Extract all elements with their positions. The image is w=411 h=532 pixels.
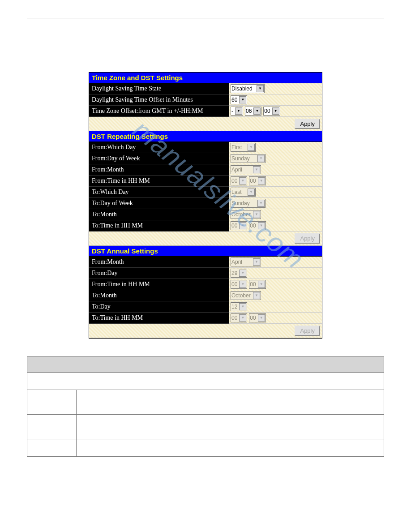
label-tz-offset: Time Zone Offset:from GMT in +/-HH:MM	[89, 106, 229, 117]
settings-panel: Time Zone and DST Settings Daylight Savi…	[89, 72, 322, 339]
ann-to-time-mm-value: 00	[250, 315, 256, 321]
rep-from-which-select: First ▼	[231, 143, 256, 152]
chevron-down-icon: ▼	[253, 258, 260, 266]
rep-to-time-hh: 00 ▼	[231, 221, 247, 230]
chevron-down-icon: ▼	[253, 107, 261, 115]
ann-to-time-hh: 00 ▼	[231, 313, 247, 322]
label-rep-to-month: To:Month	[89, 209, 229, 220]
dst-offset-select[interactable]: 60 ▼	[231, 95, 247, 104]
label-ann-from-day: From:Day	[89, 268, 229, 279]
desc-row-2-col-2	[77, 390, 384, 415]
rep-to-dow-value: Sunday	[231, 200, 250, 206]
label-ann-from-month: From:Month	[89, 257, 229, 268]
desc-row-3-col-1	[27, 415, 77, 439]
ann-to-day-select: 12 ▼	[231, 302, 247, 311]
section-repeating: DST Repeating Settings	[89, 131, 322, 142]
desc-row-2-col-1	[27, 390, 77, 415]
chevron-down-icon: ▼	[239, 281, 246, 288]
rep-from-month-select: April ▼	[231, 165, 261, 174]
label-rep-from-dow: From:Day of Week	[89, 153, 229, 164]
ann-to-month-value: October	[231, 292, 251, 299]
label-ann-from-time: From:Time in HH MM	[89, 279, 229, 290]
ann-from-month-value: April	[231, 259, 242, 265]
rep-from-time-hh-value: 00	[231, 178, 237, 184]
desc-header	[27, 357, 384, 373]
ann-from-time-mm: 00 ▼	[249, 280, 265, 289]
rep-from-dow-value: Sunday	[231, 155, 250, 162]
label-ann-to-day: To:Day	[89, 301, 229, 313]
chevron-down-icon: ▼	[258, 281, 265, 288]
chevron-down-icon: ▼	[239, 177, 246, 184]
chevron-down-icon: ▼	[257, 200, 265, 207]
chevron-down-icon: ▼	[248, 144, 255, 151]
section-tz: Time Zone and DST Settings	[89, 73, 322, 83]
label-rep-to-time: To:Time in HH MM	[89, 220, 229, 232]
section-tz-title: Time Zone and DST Settings	[89, 73, 322, 83]
tz-sign-value: -	[231, 108, 233, 114]
label-rep-to-which: To:Which Day	[89, 187, 229, 198]
rep-to-which-value: Last	[231, 189, 242, 195]
tz-hh-value: 06	[246, 108, 252, 114]
rep-to-time-mm: 00 ▼	[249, 221, 265, 230]
chevron-down-icon: ▼	[248, 189, 255, 196]
label-ann-to-month: To:Month	[89, 290, 229, 301]
description-table	[27, 356, 384, 457]
tz-hh-select[interactable]: 06 ▼	[245, 107, 261, 116]
tz-mm-select[interactable]: 00 ▼	[263, 107, 280, 116]
label-dst-state: Daylight Saving Time State	[89, 83, 229, 94]
rep-from-time-mm-value: 00	[250, 178, 256, 184]
rep-from-month-value: April	[231, 167, 242, 173]
rep-from-time-mm: 00 ▼	[249, 176, 265, 185]
dst-state-value: Disabled	[231, 86, 253, 92]
desc-row-4-col-1	[27, 439, 77, 457]
section-repeating-title: DST Repeating Settings	[89, 131, 322, 142]
apply-button-repeating: Apply	[295, 233, 320, 244]
desc-row-3-col-2	[77, 415, 384, 439]
ann-to-month-select: October ▼	[231, 291, 261, 300]
dst-offset-value: 60	[231, 97, 237, 103]
chevron-down-icon: ▼	[258, 314, 265, 322]
rep-from-which-value: First	[231, 144, 242, 150]
rep-to-which-select: Last ▼	[231, 188, 256, 197]
rep-to-dow-select: Sunday ▼	[231, 199, 265, 208]
label-rep-from-which: From:Which Day	[89, 142, 229, 153]
chevron-down-icon: ▼	[258, 222, 265, 229]
chevron-down-icon: ▼	[235, 107, 242, 115]
chevron-down-icon: ▼	[253, 292, 260, 299]
label-rep-from-time: From:Time in HH MM	[89, 176, 229, 187]
ann-from-time-hh: 00 ▼	[231, 280, 247, 289]
ann-from-month-select: April ▼	[231, 257, 261, 266]
rep-to-month-value: October	[231, 211, 251, 218]
chevron-down-icon: ▼	[239, 314, 246, 322]
chevron-down-icon: ▼	[239, 270, 246, 277]
chevron-down-icon: ▼	[253, 166, 260, 173]
label-ann-to-time: To:Time in HH MM	[89, 313, 229, 324]
ann-to-time-hh-value: 00	[231, 315, 237, 321]
ann-to-day-value: 12	[231, 304, 237, 310]
desc-row-1	[27, 373, 384, 390]
rep-to-time-mm-value: 00	[250, 223, 256, 229]
rep-from-time-hh: 00 ▼	[231, 176, 247, 185]
rep-to-month-select: October ▼	[231, 210, 261, 219]
ann-from-day-value: 29	[231, 270, 237, 276]
tz-sign-select[interactable]: - ▼	[231, 107, 243, 116]
chevron-down-icon: ▼	[272, 107, 279, 115]
dst-state-select[interactable]: Disabled ▼	[231, 84, 265, 93]
ann-from-time-mm-value: 00	[250, 281, 256, 287]
chevron-down-icon: ▼	[253, 211, 260, 218]
page: manualslive.com Time Zone and DST Settin…	[0, 0, 411, 475]
top-rule	[27, 18, 384, 18]
rep-from-dow-select: Sunday ▼	[231, 154, 265, 163]
ann-from-day-select: 29 ▼	[231, 269, 247, 278]
apply-button-annual: Apply	[295, 326, 320, 336]
ann-to-time-mm: 00 ▼	[249, 313, 265, 322]
ann-from-time-hh-value: 00	[231, 281, 237, 287]
label-rep-to-dow: To:Day of Week	[89, 198, 229, 209]
apply-button-tz[interactable]: Apply	[295, 119, 320, 129]
chevron-down-icon: ▼	[258, 177, 265, 184]
label-rep-from-month: From:Month	[89, 164, 229, 176]
chevron-down-icon: ▼	[239, 303, 246, 310]
label-dst-offset: Daylight Saving Time Offset in Minutes	[89, 94, 229, 106]
chevron-down-icon: ▼	[257, 85, 264, 92]
section-annual-title: DST Annual Settings	[89, 246, 322, 257]
